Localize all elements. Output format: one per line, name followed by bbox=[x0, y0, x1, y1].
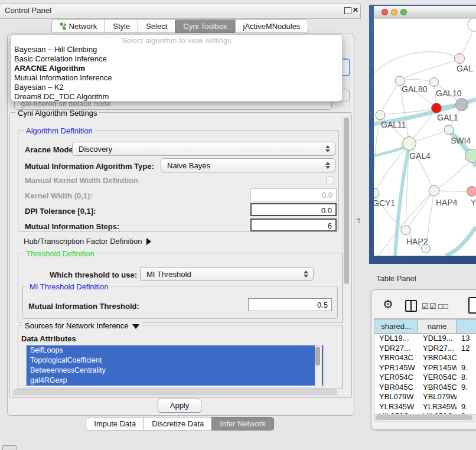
tab-label: Network bbox=[69, 20, 97, 32]
network-canvas[interactable]: GALGAL80GAL10GAL1GAL11SWI4GAL4GCY1HAP4YH… bbox=[374, 19, 476, 256]
algorithm-option-aracne-algorithm[interactable]: ARACNE Algorithm bbox=[11, 64, 342, 73]
gear-icon[interactable]: ⚙ bbox=[383, 297, 393, 311]
combo-arrows-icon bbox=[322, 162, 333, 169]
mi-steps-field[interactable]: 6 bbox=[250, 219, 337, 231]
network-edge[interactable] bbox=[374, 52, 459, 73]
float-panel-icon[interactable] bbox=[344, 7, 351, 14]
algorithm-option-bayesian-k2[interactable]: Bayesian – K2 bbox=[11, 83, 342, 92]
network-node-y[interactable] bbox=[467, 187, 476, 197]
which-threshold-combo[interactable]: MI Threshold bbox=[140, 267, 314, 281]
table-cell: YDR27... bbox=[374, 344, 418, 354]
network-node-label: GAL11 bbox=[381, 120, 406, 129]
combo-arrows-icon bbox=[322, 145, 333, 152]
network-window-titlebar[interactable] bbox=[374, 6, 476, 19]
algorithm-option-mutual-information-inference[interactable]: Mutual Information Inference bbox=[11, 73, 342, 83]
split-columns-icon[interactable] bbox=[405, 300, 417, 312]
network-node[interactable] bbox=[422, 244, 431, 253]
bottom-tab-infer-network[interactable]: Infer Network bbox=[211, 417, 273, 431]
network-node-label: GAL4 bbox=[409, 151, 431, 161]
settings-hscrollbar-thumb[interactable] bbox=[14, 390, 336, 395]
network-edge-thick[interactable] bbox=[446, 227, 476, 256]
kernel-width-label: Kernel Width (0,1): bbox=[25, 191, 93, 200]
tab-cyni-toolbox[interactable]: Cyni Toolbox bbox=[175, 19, 235, 33]
network-edge[interactable] bbox=[439, 163, 468, 188]
column-header-2[interactable] bbox=[457, 319, 476, 334]
algorithm-option-basic-correlation-inference[interactable]: Basic Correlation Inference bbox=[11, 54, 342, 64]
table-cell: 9. bbox=[457, 383, 476, 393]
mi-threshold-field[interactable]: 0.5 bbox=[248, 298, 332, 311]
tab-style[interactable]: Style bbox=[105, 19, 138, 33]
network-edge[interactable] bbox=[406, 191, 434, 230]
zoom-window-icon[interactable] bbox=[400, 9, 407, 15]
algorithm-option-bayesian-hill-climbing[interactable]: Bayesian – Hill Climbing bbox=[11, 45, 342, 54]
network-edge[interactable] bbox=[409, 144, 434, 191]
tab-network[interactable]: Network bbox=[51, 19, 106, 33]
table-row[interactable]: YBR043CYBR043C bbox=[374, 353, 476, 363]
attribute-item-gal4rgexp[interactable]: gal4RGexp bbox=[27, 376, 323, 386]
app-root: { "control_panel": { "title": "Control P… bbox=[0, 0, 476, 450]
deselect-all-checkboxes-icon[interactable]: □□ bbox=[438, 302, 449, 311]
attribute-item-selfloops[interactable]: SelfLoops bbox=[27, 345, 323, 356]
network-node-gal11[interactable] bbox=[376, 110, 385, 120]
attribute-item-topologicalcoefficient[interactable]: TopologicalCoefficient bbox=[27, 356, 323, 366]
tab-select[interactable]: Select bbox=[138, 19, 175, 33]
column-header-shared[interactable]: shared... bbox=[374, 319, 418, 334]
network-edge[interactable] bbox=[400, 79, 434, 82]
bottom-tab-label: Discretize Data bbox=[152, 418, 204, 430]
mi-type-label: Mutual Information Algorithm Type: bbox=[25, 162, 154, 171]
table-cell: YER054C bbox=[418, 373, 457, 383]
select-all-checkboxes-icon[interactable]: ☑☑ bbox=[422, 302, 436, 311]
network-edge[interactable] bbox=[439, 191, 467, 191]
close-window-icon[interactable] bbox=[382, 9, 388, 15]
kernel-width-field[interactable]: 0.0 bbox=[250, 188, 337, 201]
control-panel-titlebar bbox=[0, 4, 361, 19]
network-node[interactable] bbox=[468, 19, 476, 31]
settings-vscrollbar-thumb[interactable] bbox=[344, 118, 349, 284]
table-cell: 9. bbox=[457, 402, 476, 412]
table-row[interactable]: YDL19...YDL19...13 bbox=[374, 334, 476, 344]
table-row[interactable]: YPR145WYPR145W9. bbox=[374, 363, 476, 373]
network-node-gal10[interactable] bbox=[430, 78, 439, 87]
network-node-swi4[interactable] bbox=[444, 125, 454, 135]
minimize-window-icon[interactable] bbox=[391, 9, 397, 15]
sources-title-wrap[interactable]: Sources for Network Inference bbox=[22, 321, 142, 330]
network-node[interactable] bbox=[456, 99, 468, 111]
tab-jactivemnodules[interactable]: jActiveMNodules bbox=[235, 19, 309, 33]
new-column-icon[interactable] bbox=[468, 297, 476, 314]
aracne-mode-combo[interactable]: Discovery bbox=[72, 142, 335, 156]
algorithm-option-dream8-dc-tdc-algorithm[interactable]: Dream8 DC_TDC Algorithm bbox=[11, 92, 342, 102]
apply-button[interactable]: Apply bbox=[158, 399, 201, 413]
network-node-label: GCY1 bbox=[374, 198, 395, 208]
bottom-tab-impute-data[interactable]: Impute Data bbox=[86, 417, 144, 431]
table-cell: 8. bbox=[457, 373, 476, 383]
data-attributes-list[interactable]: SelfLoopsTopologicalCoefficientBetweenne… bbox=[26, 345, 324, 387]
network-edge[interactable] bbox=[400, 58, 459, 81]
network-node-hap4[interactable] bbox=[429, 185, 439, 196]
attribute-item-betweennesscentrality[interactable]: BetweennessCentrality bbox=[27, 366, 323, 376]
table-hscrollbar-thumb[interactable] bbox=[376, 415, 472, 420]
column-header-name[interactable]: name bbox=[418, 319, 457, 334]
network-node[interactable] bbox=[465, 149, 476, 163]
panel-divider-grip[interactable] bbox=[357, 218, 361, 223]
table-row[interactable]: YER054CYER054C8. bbox=[374, 373, 476, 383]
table-row[interactable]: YDR27...YDR27...12 bbox=[374, 344, 476, 354]
manual-kernel-checkbox[interactable] bbox=[326, 176, 334, 184]
table-row[interactable]: YLR345WYLR345W9. bbox=[374, 402, 476, 412]
network-node-gal4[interactable] bbox=[403, 137, 416, 151]
table-row[interactable]: YBL079WYBL079W bbox=[374, 392, 476, 402]
network-node-gal1[interactable] bbox=[432, 103, 442, 113]
minimized-panel-button[interactable] bbox=[2, 445, 17, 450]
network-node-gal[interactable] bbox=[455, 54, 465, 64]
bottom-tab-discretize-data[interactable]: Discretize Data bbox=[144, 417, 212, 431]
table-row[interactable]: YBR045CYBR045C9. bbox=[374, 383, 476, 393]
network-node-hap2[interactable] bbox=[401, 226, 410, 235]
network-node-gcy1[interactable] bbox=[374, 188, 379, 198]
dpi-tolerance-field[interactable]: 0.0 bbox=[250, 203, 337, 216]
network-edge[interactable] bbox=[380, 81, 400, 115]
hub-definition-label: Hub/Transcription Factor Definition bbox=[24, 237, 142, 246]
attributes-scrollbar-thumb[interactable] bbox=[315, 347, 320, 366]
close-panel-icon[interactable]: ✕ bbox=[353, 6, 358, 14]
hub-definition-expander[interactable]: Hub/Transcription Factor Definition bbox=[24, 236, 151, 246]
table-cell: YBR045C bbox=[418, 383, 457, 393]
mi-type-combo[interactable]: Naive Bayes bbox=[161, 158, 335, 172]
